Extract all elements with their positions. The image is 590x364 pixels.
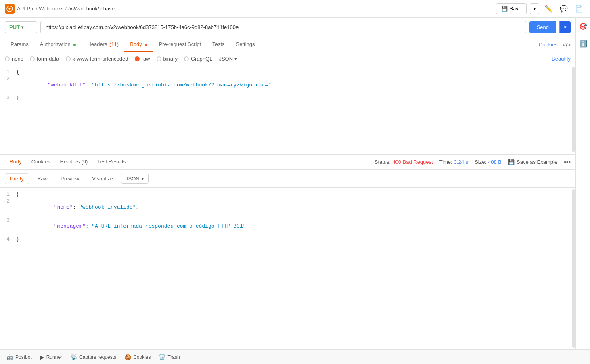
save-example-button[interactable]: 💾 Save as Example xyxy=(508,159,557,165)
request-line-3: 3 } xyxy=(0,94,575,101)
tab-body[interactable]: Body xyxy=(124,37,153,52)
body-type-none[interactable]: none xyxy=(5,56,23,62)
editor-scrollbar xyxy=(572,67,575,152)
bottom-capture[interactable]: 📡 Capture requests xyxy=(70,354,116,360)
breadcrumb-sep-1: / xyxy=(36,6,38,12)
cookies-button[interactable]: Cookies xyxy=(539,42,558,48)
request-line-1: 1 { xyxy=(0,69,575,75)
response-status: Status: 400 Bad Request Time: 3.24 s Siz… xyxy=(375,159,571,166)
runner-icon: ▶ xyxy=(40,354,44,360)
request-body-editor[interactable]: 1 { 2 "webhookUrl": "https://buskme.just… xyxy=(0,65,575,154)
status-item: Status: 400 Bad Request xyxy=(375,159,433,165)
resp-scrollbar xyxy=(572,189,575,348)
body-type-graphql[interactable]: GraphQL xyxy=(184,56,212,62)
resp-line-2: 2 "nome": "webhook_invalido", xyxy=(0,198,575,217)
tabs-right: Cookies </> xyxy=(539,42,571,48)
request-line-2: 2 "webhookUrl": "https://buskme.justinbi… xyxy=(0,75,575,94)
save-dropdown-arrow[interactable]: ▾ xyxy=(530,3,539,14)
breadcrumb-area: API Pix / Webhooks / /v2/webhook/:chave xyxy=(5,4,496,14)
body-type-raw[interactable]: raw xyxy=(135,56,150,62)
resp-tab-cookies[interactable]: Cookies xyxy=(27,155,55,169)
resp-view-preview[interactable]: Preview xyxy=(56,174,84,184)
tab-tests[interactable]: Tests xyxy=(207,37,230,52)
cookies-icon: 🍪 xyxy=(124,354,131,360)
tab-headers[interactable]: Headers (11) xyxy=(82,37,124,52)
main-content: PUT ▾ Send ▾ Params Authorization Header… xyxy=(0,18,575,349)
tab-pre-request[interactable]: Pre-request Script xyxy=(153,37,207,52)
resp-json-arrow-icon: ▾ xyxy=(141,176,144,182)
radio-urlencoded xyxy=(66,56,71,61)
more-options-button[interactable]: ••• xyxy=(564,159,571,166)
save-example-icon: 💾 xyxy=(508,159,515,165)
resp-view-pretty[interactable]: Pretty xyxy=(5,173,29,184)
bottom-runner[interactable]: ▶ Runner xyxy=(40,354,62,360)
resp-line-1: 1 { xyxy=(0,191,575,198)
bottom-trash[interactable]: 🗑️ Trash xyxy=(159,354,180,360)
radio-binary xyxy=(157,56,161,61)
app-icon xyxy=(5,4,15,14)
status-badge: 400 Bad Request xyxy=(392,159,433,165)
resp-view-visualize[interactable]: Visualize xyxy=(87,174,118,184)
resp-view-raw[interactable]: Raw xyxy=(32,174,52,184)
bottom-cookies[interactable]: 🍪 Cookies xyxy=(124,354,151,360)
comment-icon-button[interactable]: 💬 xyxy=(558,3,570,15)
resp-filter-button[interactable] xyxy=(563,175,571,182)
right-sidebar: 🎯 ℹ️ xyxy=(575,18,590,349)
radio-graphql xyxy=(184,56,189,61)
body-type-binary[interactable]: binary xyxy=(157,56,178,62)
resp-json-selector[interactable]: JSON ▾ xyxy=(121,174,149,184)
json-format-selector[interactable]: JSON ▾ xyxy=(219,56,237,62)
sidebar-icon-info[interactable]: ℹ️ xyxy=(577,38,589,49)
breadcrumb-item-webhooks[interactable]: Webhooks xyxy=(39,6,63,12)
beautify-button[interactable]: Beautify xyxy=(552,56,571,62)
edit-icon-button[interactable]: ✏️ xyxy=(542,3,554,15)
time-value: 3.24 s xyxy=(454,159,468,165)
response-code-editor: 1 { 2 "nome": "webhook_invalido", 3 "men… xyxy=(0,188,575,349)
bottom-bar: 🤖 Postbot ▶ Runner 📡 Capture requests 🍪 … xyxy=(0,349,590,364)
body-options: none form-data x-www-form-urlencoded raw… xyxy=(0,52,575,65)
method-label: PUT xyxy=(9,24,20,30)
body-options-right: Beautify xyxy=(552,56,571,62)
body-type-urlencoded[interactable]: x-www-form-urlencoded xyxy=(66,56,128,62)
resp-tab-headers[interactable]: Headers (9) xyxy=(55,155,93,169)
url-bar: PUT ▾ Send ▾ xyxy=(0,18,575,37)
send-dropdown-button[interactable]: ▾ xyxy=(559,21,571,33)
postbot-icon: 🤖 xyxy=(6,354,13,360)
breadcrumb-item-api-pix[interactable]: API Pix xyxy=(17,6,34,12)
resp-body-right xyxy=(563,175,571,182)
trash-icon: 🗑️ xyxy=(159,354,165,360)
body-type-form-data[interactable]: form-data xyxy=(30,56,59,62)
resp-tab-body[interactable]: Body xyxy=(5,155,27,169)
request-tabs: Params Authorization Headers (11) Body P… xyxy=(0,37,575,52)
save-icon: 💾 xyxy=(501,6,508,12)
radio-raw xyxy=(135,56,140,61)
code-icon[interactable]: </> xyxy=(563,42,571,48)
size-value: 408 B xyxy=(488,159,502,165)
response-body-options: Pretty Raw Preview Visualize JSON ▾ xyxy=(0,170,575,188)
json-arrow-icon: ▾ xyxy=(234,56,237,62)
capture-icon: 📡 xyxy=(70,354,77,360)
top-bar: API Pix / Webhooks / /v2/webhook/:chave … xyxy=(0,0,590,18)
save-example-label: Save as Example xyxy=(517,159,557,165)
time-item: Time: 3.24 s xyxy=(439,159,468,165)
tab-settings[interactable]: Settings xyxy=(230,37,261,52)
radio-form-data xyxy=(30,56,35,61)
resp-tab-test-results[interactable]: Test Results xyxy=(92,155,131,169)
response-tabs: Body Cookies Headers (9) Test Results St… xyxy=(0,155,575,170)
body-dot xyxy=(145,44,147,46)
authorization-dot xyxy=(73,44,76,46)
size-item: Size: 408 B xyxy=(475,159,502,165)
send-button[interactable]: Send xyxy=(529,21,556,33)
bottom-postbot[interactable]: 🤖 Postbot xyxy=(6,354,32,360)
resp-line-4: 4 } xyxy=(0,236,575,243)
resp-line-3: 3 "mensagem": "A URL informada respondeu… xyxy=(0,217,575,236)
docs-icon-button[interactable]: 📄 xyxy=(573,3,585,15)
save-button[interactable]: 💾 Save xyxy=(496,3,527,14)
tab-params[interactable]: Params xyxy=(5,37,34,52)
method-select[interactable]: PUT ▾ xyxy=(5,21,37,33)
breadcrumb-current: /v2/webhook/:chave xyxy=(68,6,115,12)
url-input[interactable] xyxy=(40,21,526,33)
breadcrumb: API Pix / Webhooks / /v2/webhook/:chave xyxy=(17,6,115,12)
tab-authorization[interactable]: Authorization xyxy=(34,37,82,52)
sidebar-icon-target[interactable]: 🎯 xyxy=(577,21,589,32)
